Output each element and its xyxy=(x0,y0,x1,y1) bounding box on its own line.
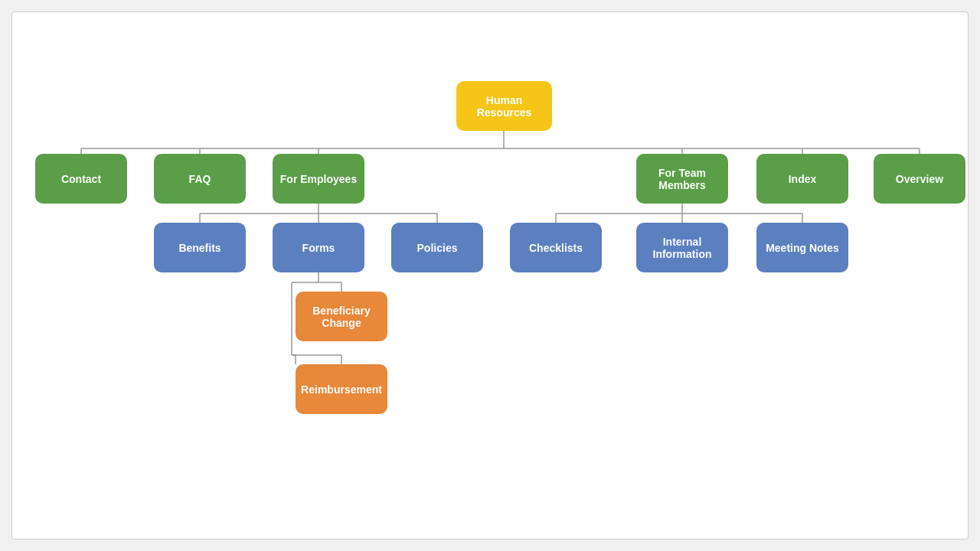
node-faq[interactable]: FAQ xyxy=(154,154,246,204)
node-policies[interactable]: Policies xyxy=(391,223,483,272)
node-meeting-notes[interactable]: Meeting Notes xyxy=(756,223,848,272)
node-for-team-members[interactable]: For Team Members xyxy=(636,154,728,204)
node-index[interactable]: Index xyxy=(756,154,848,204)
node-checklists[interactable]: Checklists xyxy=(510,223,602,272)
node-internal-information[interactable]: Internal Information xyxy=(636,223,728,272)
node-contact[interactable]: Contact xyxy=(35,154,127,204)
node-overview[interactable]: Overview xyxy=(874,154,965,204)
node-beneficiary-change[interactable]: Beneficiary Change xyxy=(296,292,387,341)
node-reimbursement[interactable]: Reimbursement xyxy=(296,364,387,414)
root-node[interactable]: Human Resources xyxy=(456,81,552,131)
node-benefits[interactable]: Benefits xyxy=(154,223,246,272)
node-forms[interactable]: Forms xyxy=(273,223,364,272)
chart-area: Human Resources Contact FAQ For Employee… xyxy=(12,12,968,539)
node-for-employees[interactable]: For Employees xyxy=(273,154,364,204)
chart-container: Human Resources Contact FAQ For Employee… xyxy=(11,11,969,540)
